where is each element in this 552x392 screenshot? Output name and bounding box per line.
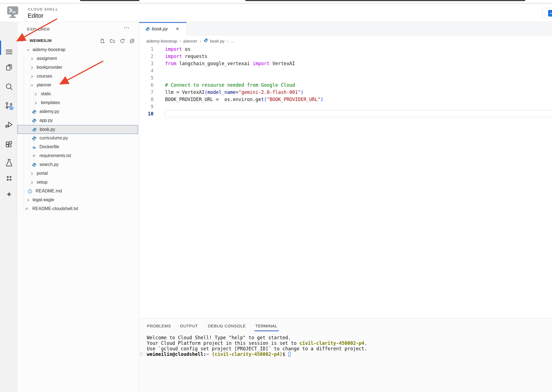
code-line-5[interactable]: 5	[139, 74, 552, 81]
line-number: 7	[139, 89, 153, 96]
breadcrumb-item--[interactable]: ...	[231, 39, 234, 43]
workspace-section-header[interactable]: WEIMEILIN	[17, 36, 139, 45]
close-icon[interactable]: ×	[176, 26, 179, 32]
code-text: import os	[165, 46, 190, 53]
info-icon	[28, 189, 32, 195]
page-title: Editor	[28, 12, 43, 19]
workspace-name: WEIMEILIN	[30, 38, 52, 43]
tab-book-py[interactable]: book.py ×	[139, 22, 187, 35]
breadcrumb-separator: ›	[200, 39, 201, 43]
code-line-2[interactable]: 2import requests	[139, 53, 552, 60]
new-folder-icon[interactable]	[110, 38, 115, 44]
chevron-down-icon	[30, 83, 34, 89]
panel-tab-debug-console[interactable]: DEBUG CONSOLE	[208, 324, 246, 328]
activity-item-explorer[interactable]	[4, 62, 15, 73]
tree-item-readme-md[interactable]: README.md	[17, 187, 139, 196]
code-text: # Connect to resourse needed from Google…	[165, 81, 295, 89]
breadcrumb-item-planner[interactable]: planner	[184, 39, 197, 43]
python-icon	[32, 163, 37, 168]
activity-item-search[interactable]	[4, 82, 15, 93]
terminal-cursor	[288, 352, 291, 357]
line-number: 1	[139, 46, 153, 53]
chevron-right-icon	[30, 65, 34, 71]
activity-item-source-control[interactable]	[4, 101, 15, 112]
folder-label: assigment	[37, 56, 57, 61]
folder-label: courses	[37, 74, 52, 79]
code-line-8[interactable]: 8BOOK_PROVIDER_URL = os.environ.get("BOO…	[139, 96, 552, 103]
chevron-down-icon	[26, 48, 30, 53]
open-terminal-button[interactable]: >_	[542, 8, 552, 18]
code-line-6[interactable]: 6# Connect to resourse needed from Googl…	[139, 81, 552, 89]
tree-item-legal-eagle[interactable]: legal-eagle	[17, 196, 139, 205]
panel-tab-problems[interactable]: PROBLEMS	[147, 324, 171, 328]
activity-item-run-debug[interactable]	[4, 120, 15, 131]
folder-label: templates	[41, 100, 60, 105]
activity-item-gemini[interactable]	[4, 190, 15, 201]
terminal-line: Use `gcloud config set project [PROJECT_…	[147, 346, 367, 351]
terminal-line: weimeilin@cloudshell:~ (civil-clarity-45…	[147, 351, 291, 357]
file-label: search.py	[39, 162, 59, 167]
tree-item-requirements-txt[interactable]: requirements.txt	[17, 152, 139, 160]
code-line-4[interactable]: 4	[139, 67, 552, 74]
tree-item-search-py[interactable]: search.py	[17, 160, 139, 169]
activity-item-workspaces[interactable]	[4, 173, 15, 184]
source-control-icon	[4, 101, 14, 112]
folder-label: legal-eagle	[33, 197, 54, 202]
breadcrumb-item-book-py[interactable]: book.py	[204, 38, 225, 44]
breadcrumb-item-aidemy-boostrap[interactable]: aidemy-boostrap	[146, 39, 177, 43]
activity-item-extensions[interactable]	[4, 140, 15, 151]
line-number: 9	[139, 103, 153, 110]
grid-diamonds-icon	[5, 174, 13, 184]
code-line-7[interactable]: 7llm = VertexAI(model_name="gemini-2.0-f…	[139, 89, 552, 96]
tree-item-static[interactable]: static	[17, 90, 139, 99]
tree-item-app-py[interactable]: app.py	[17, 116, 139, 125]
tree-item-book-py[interactable]: book.py	[17, 125, 138, 134]
code-line-10[interactable]: 10	[139, 110, 552, 117]
tree-item-aidemy-py[interactable]: aidemy.py	[17, 107, 139, 116]
tree-item-templates[interactable]: templates	[17, 99, 139, 107]
line-number: 10	[139, 110, 153, 117]
brand-label: CLOUD SHELL	[28, 7, 58, 11]
chevron-right-icon	[30, 171, 34, 177]
tree-item-assigment[interactable]: assigment	[17, 54, 139, 63]
chevron-right-icon	[34, 101, 38, 106]
current-line-highlight	[165, 110, 552, 117]
tree-item-portal[interactable]: portal	[17, 169, 139, 178]
folder-label: static	[41, 91, 51, 96]
refresh-icon[interactable]	[120, 38, 125, 44]
browser-edge-segment	[80, 0, 139, 1]
tree-item-readme-cloudshell-txt[interactable]: README-cloudshell.txt	[17, 205, 139, 213]
tree-item-courses[interactable]: courses	[17, 72, 139, 81]
tree-item-aidemy-boostrap[interactable]: aidemy-boostrap	[17, 46, 139, 54]
terminal-line: Welcome to Cloud Shell! Type "help" to g…	[147, 335, 291, 340]
line-number: 2	[139, 53, 153, 60]
tree-item-bookprovider[interactable]: bookprovider	[17, 63, 139, 72]
panel-tab-terminal[interactable]: TERMINAL	[255, 324, 277, 328]
tree-item-dockerfile[interactable]: Dockerfile	[17, 143, 139, 152]
tree-item-planner[interactable]: planner	[17, 81, 139, 90]
line-number: 6	[139, 81, 153, 89]
docker-icon	[32, 145, 37, 151]
collapse-all-icon[interactable]	[129, 38, 135, 44]
code-line-3[interactable]: 3from langchain_google_vertexai import V…	[139, 60, 552, 67]
file-label: book.py	[40, 127, 55, 132]
code-line-1[interactable]: 1import os	[139, 46, 552, 53]
code-line-9[interactable]: 9	[139, 103, 552, 110]
file-label: Dockerfile	[39, 144, 59, 149]
new-file-icon[interactable]	[99, 38, 105, 44]
breadcrumb[interactable]: aidemy-boostrap›planner›book.py›...	[146, 38, 234, 44]
editor-area: book.py × aidemy-boostrap›planner›book.p…	[139, 22, 552, 318]
panel-tab-output[interactable]: OUTPUT	[180, 324, 198, 328]
activity-item-menu[interactable]	[4, 47, 15, 58]
tree-item-curriculums-py[interactable]: curriculums.py	[17, 134, 139, 143]
activity-item-test-lab[interactable]	[4, 158, 15, 169]
text-file-icon	[32, 154, 36, 159]
file-label: requirements.txt	[39, 153, 71, 158]
line-number: 8	[139, 96, 153, 103]
tree-item-setup[interactable]: setup	[17, 178, 139, 187]
beaker-icon	[5, 158, 14, 168]
menu-icon	[5, 48, 13, 57]
code-text: llm = VertexAI(model_name="gemini-2.0-fl…	[165, 89, 304, 96]
more-actions-icon[interactable]: ⋯	[124, 24, 130, 31]
chevron-right-icon	[26, 198, 30, 203]
